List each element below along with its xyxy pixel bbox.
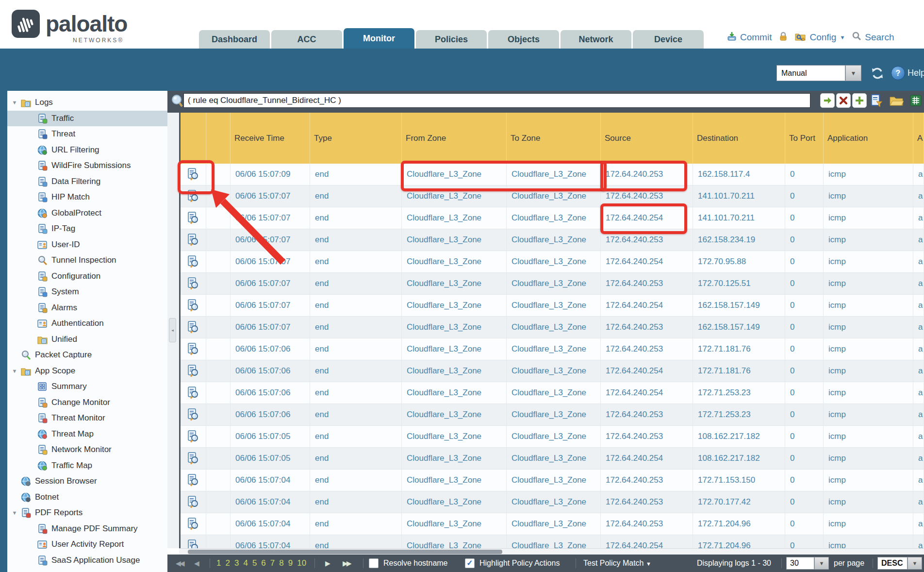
log-detail-icon[interactable] [181, 207, 206, 229]
column-header-to-zone[interactable]: To Zone [507, 113, 601, 164]
log-detail-icon[interactable] [181, 317, 206, 338]
cell-to-port[interactable]: 0 [785, 338, 824, 360]
log-detail-icon[interactable] [181, 229, 206, 251]
log-detail-icon[interactable] [181, 513, 206, 535]
cell-from-zone[interactable]: Cloudflare_L3_Zone [402, 317, 507, 338]
tab-device[interactable]: Device [633, 30, 704, 49]
sidebar-item-change-monitor[interactable]: Change Monitor [7, 395, 167, 411]
cell-application[interactable]: icmp [824, 295, 913, 316]
cell-destination[interactable]: 162.158.117.4 [693, 164, 785, 185]
cell-source[interactable]: 172.64.240.254 [601, 382, 693, 404]
sidebar-item-traffic[interactable]: Traffic [7, 111, 167, 127]
cell-source[interactable]: 172.64.240.253 [601, 491, 693, 513]
config-button[interactable]: Config [809, 32, 836, 43]
cell-action-cut[interactable]: a [913, 470, 924, 491]
apply-filter-button[interactable] [820, 93, 835, 108]
cell-receive-time[interactable]: 06/06 15:07:04 [231, 491, 310, 513]
cell-to-port[interactable]: 0 [785, 295, 824, 316]
cell-source[interactable]: 172.64.240.254 [601, 448, 693, 469]
clear-filter-button[interactable] [836, 93, 851, 108]
column-header-from-zone[interactable]: From Zone [402, 113, 507, 164]
tab-acc[interactable]: ACC [271, 30, 342, 49]
refresh-interval-select[interactable]: Manual [776, 65, 845, 81]
log-detail-icon[interactable] [181, 426, 206, 447]
page-number-8[interactable]: 8 [279, 558, 283, 568]
sidebar-item-threat-monitor[interactable]: Threat Monitor [7, 410, 167, 426]
cell-to-zone[interactable]: Cloudflare_L3_Zone [507, 404, 601, 425]
cell-type[interactable]: end [310, 295, 402, 316]
log-detail-icon[interactable] [181, 338, 206, 360]
cell-application[interactable]: icmp [824, 491, 913, 513]
log-detail-icon[interactable] [181, 273, 206, 294]
sidebar-item-data-filtering[interactable]: Data Filtering [7, 174, 167, 190]
cell-type[interactable]: end [310, 448, 402, 469]
cell-action-cut[interactable]: a [913, 185, 924, 207]
sidebar-item-user-activity-report[interactable]: User Activity Report [7, 537, 167, 553]
cell-from-zone[interactable]: Cloudflare_L3_Zone [402, 251, 507, 272]
cell-type[interactable]: end [310, 251, 402, 272]
column-header-application[interactable]: Application [824, 113, 913, 164]
refresh-icon[interactable] [871, 67, 884, 82]
cell-receive-time[interactable]: 06/06 15:07:07 [231, 273, 310, 294]
highlight-policy-actions-label[interactable]: Highlight Policy Actions [479, 559, 560, 568]
page-number-5[interactable]: 5 [252, 558, 257, 568]
cell-source[interactable]: 172.64.240.253 [601, 164, 693, 185]
cell-destination[interactable]: 172.71.153.150 [693, 470, 785, 491]
sidebar-item-manage-pdf-summary[interactable]: Manage PDF Summary [7, 521, 167, 537]
cell-action-cut[interactable]: a [913, 513, 924, 535]
sidebar-item-alarms[interactable]: Alarms [7, 300, 167, 316]
cell-type[interactable]: end [310, 273, 402, 294]
cell-to-zone[interactable]: Cloudflare_L3_Zone [507, 295, 601, 316]
cell-from-zone[interactable]: Cloudflare_L3_Zone [402, 382, 507, 404]
cell-receive-time[interactable]: 06/06 15:07:06 [231, 360, 310, 382]
cell-to-port[interactable]: 0 [785, 164, 824, 185]
cell-application[interactable]: icmp [824, 513, 913, 535]
cell-receive-time[interactable]: 06/06 15:07:07 [231, 185, 310, 207]
cell-source[interactable]: 172.64.240.253 [601, 470, 693, 491]
cell-application[interactable]: icmp [824, 338, 913, 360]
cell-from-zone[interactable]: Cloudflare_L3_Zone [402, 513, 507, 535]
cell-destination[interactable]: 162.158.157.149 [693, 317, 785, 338]
expander-triangle-icon[interactable]: ▼ [11, 100, 18, 105]
log-detail-icon[interactable] [181, 164, 206, 185]
sidebar-item-threat[interactable]: Threat [7, 126, 167, 142]
sidebar-item-configuration[interactable]: Configuration [7, 269, 167, 285]
log-detail-icon[interactable] [181, 448, 206, 469]
cell-type[interactable]: end [310, 404, 402, 425]
sidebar-item-saas-application-usage[interactable]: SaaS Application Usage [7, 553, 167, 569]
cell-from-zone[interactable]: Cloudflare_L3_Zone [402, 338, 507, 360]
cell-type[interactable]: end [310, 317, 402, 338]
cell-source[interactable]: 172.64.240.253 [601, 273, 693, 294]
cell-source[interactable]: 172.64.240.254 [601, 251, 693, 272]
cell-type[interactable]: end [310, 185, 402, 207]
cell-type[interactable]: end [310, 382, 402, 404]
cell-to-zone[interactable]: Cloudflare_L3_Zone [507, 251, 601, 272]
page-number-10[interactable]: 10 [297, 558, 306, 568]
cell-to-zone[interactable]: Cloudflare_L3_Zone [507, 229, 601, 251]
log-detail-icon[interactable] [181, 360, 206, 382]
cell-from-zone[interactable]: Cloudflare_L3_Zone [402, 426, 507, 447]
cell-receive-time[interactable]: 06/06 15:07:07 [231, 295, 310, 316]
cell-to-port[interactable]: 0 [785, 185, 824, 207]
sidebar-item-traffic-map[interactable]: Traffic Map [7, 458, 167, 474]
cell-source[interactable]: 172.64.240.253 [601, 185, 693, 207]
sidebar-item-summary[interactable]: Summary [7, 379, 167, 395]
horizontal-scrollbar-thumb[interactable] [188, 550, 502, 554]
cell-to-zone[interactable]: Cloudflare_L3_Zone [507, 513, 601, 535]
sidebar-item-authentication[interactable]: Authentication [7, 316, 167, 332]
cell-application[interactable]: icmp [824, 185, 913, 207]
cell-destination[interactable]: 172.71.253.23 [693, 404, 785, 425]
add-filter-button[interactable] [852, 93, 867, 108]
sidebar-item-unified[interactable]: Unified [7, 332, 167, 348]
cell-application[interactable]: icmp [824, 317, 913, 338]
cell-action-cut[interactable]: a [913, 229, 924, 251]
cell-from-zone[interactable]: Cloudflare_L3_Zone [402, 229, 507, 251]
cell-destination[interactable]: 141.101.70.211 [693, 185, 785, 207]
cell-destination[interactable]: 172.71.181.76 [693, 338, 785, 360]
cell-to-zone[interactable]: Cloudflare_L3_Zone [507, 470, 601, 491]
load-filter-folder-icon[interactable] [889, 94, 904, 107]
cell-to-zone[interactable]: Cloudflare_L3_Zone [507, 338, 601, 360]
cell-to-zone[interactable]: Cloudflare_L3_Zone [507, 164, 601, 185]
cell-action-cut[interactable]: a [913, 207, 924, 229]
help-icon[interactable]: ? [891, 66, 905, 80]
